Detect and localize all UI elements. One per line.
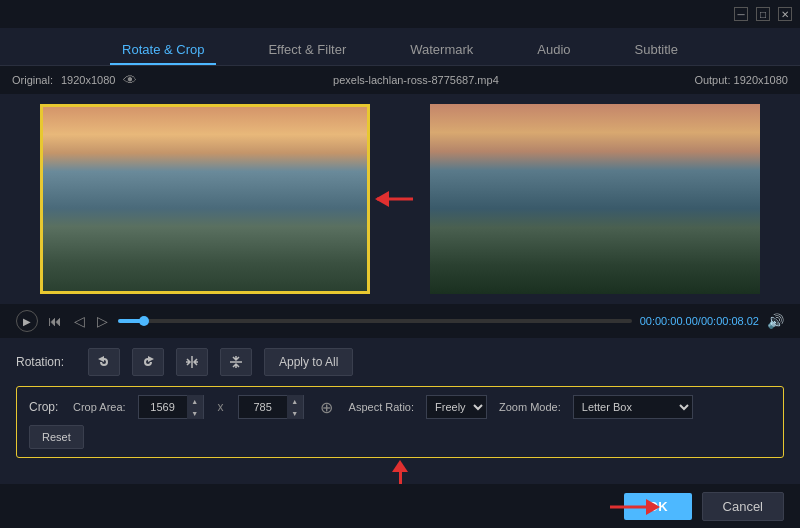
video-preview-original <box>40 104 370 294</box>
crop-label: Crop: <box>29 400 61 414</box>
crop-width-spinners: ▲ ▼ <box>187 395 203 419</box>
crop-main-row: Crop: Crop Area: ▲ ▼ x ▲ ▼ ⊕ Aspe <box>29 395 771 419</box>
step-back-button[interactable]: ⏮ <box>46 311 64 331</box>
cancel-button[interactable]: Cancel <box>702 492 784 521</box>
crop-height-input-group: ▲ ▼ <box>238 395 304 419</box>
total-time: 00:00:08.02 <box>701 315 759 327</box>
crop-height-spinners: ▲ ▼ <box>287 395 303 419</box>
tabs-bar: Rotate & Crop Effect & Filter Watermark … <box>0 28 800 66</box>
aspect-ratio-label: Aspect Ratio: <box>349 401 414 413</box>
controls-section: Rotation: Apply to All Crop: Crop Are <box>0 338 800 496</box>
video-preview-output <box>430 104 760 294</box>
current-time: 00:00:00.00 <box>640 315 698 327</box>
reset-button[interactable]: Reset <box>29 425 84 449</box>
tab-rotate-crop[interactable]: Rotate & Crop <box>110 36 216 65</box>
time-display: 00:00:00.00/00:00:08.02 <box>640 315 759 327</box>
crop-width-input-group: ▲ ▼ <box>138 395 204 419</box>
crop-width-up[interactable]: ▲ <box>187 395 203 407</box>
crop-section: Crop: Crop Area: ▲ ▼ x ▲ ▼ ⊕ Aspe <box>16 386 784 458</box>
tab-effect-filter[interactable]: Effect & Filter <box>256 36 358 65</box>
zoom-mode-select[interactable]: Letter Box Pan & Scan Full <box>573 395 693 419</box>
progress-bar[interactable] <box>118 319 632 323</box>
tab-subtitle[interactable]: Subtitle <box>623 36 690 65</box>
preview-area <box>0 94 800 304</box>
filename: pexels-lachlan-ross-8775687.mp4 <box>333 74 499 86</box>
prev-frame-button[interactable]: ◁ <box>72 311 87 331</box>
crop-height-up[interactable]: ▲ <box>287 395 303 407</box>
aspect-ratio-select[interactable]: Freely 16:9 4:3 1:1 9:16 <box>426 395 487 419</box>
apply-to-all-button[interactable]: Apply to All <box>264 348 353 376</box>
zoom-mode-label: Zoom Mode: <box>499 401 561 413</box>
file-info-bar: Original: 1920x1080 👁 pexels-lachlan-ros… <box>0 66 800 94</box>
center-crop-icon[interactable]: ⊕ <box>316 398 337 417</box>
rotation-row: Rotation: Apply to All <box>16 348 784 376</box>
flip-vertical-button[interactable] <box>220 348 252 376</box>
x-separator: x <box>216 400 226 414</box>
rotation-label: Rotation: <box>16 355 76 369</box>
bottom-action-bar: OK Cancel <box>0 484 800 528</box>
original-info: Original: 1920x1080 👁 <box>12 72 137 88</box>
preview-eye-icon[interactable]: 👁 <box>123 72 137 88</box>
playback-bar: ▶ ⏮ ◁ ▷ 00:00:00.00/00:00:08.02 🔊 <box>0 304 800 338</box>
output-info: Output: 1920x1080 <box>694 74 788 86</box>
original-label: Original: <box>12 74 53 86</box>
play-button[interactable]: ▶ <box>16 310 38 332</box>
rotate-cw-button[interactable] <box>132 348 164 376</box>
progress-dot <box>139 316 149 326</box>
output-resolution: 1920x1080 <box>734 74 788 86</box>
crop-height-down[interactable]: ▼ <box>287 407 303 419</box>
output-label: Output: <box>694 74 730 86</box>
close-button[interactable]: ✕ <box>778 7 792 21</box>
output-video-frame <box>430 104 760 294</box>
crop-area-label: Crop Area: <box>73 401 126 413</box>
tab-watermark[interactable]: Watermark <box>398 36 485 65</box>
minimize-button[interactable]: ─ <box>734 7 748 21</box>
volume-icon[interactable]: 🔊 <box>767 313 784 329</box>
crop-width-input[interactable] <box>139 401 187 413</box>
next-frame-button[interactable]: ▷ <box>95 311 110 331</box>
maximize-button[interactable]: □ <box>756 7 770 21</box>
crop-reset-row: Reset <box>29 425 771 449</box>
original-video-frame <box>43 107 367 291</box>
title-bar: ─ □ ✕ <box>0 0 800 28</box>
crop-width-down[interactable]: ▼ <box>187 407 203 419</box>
original-resolution: 1920x1080 <box>61 74 115 86</box>
rotate-ccw-button[interactable] <box>88 348 120 376</box>
flip-horizontal-button[interactable] <box>176 348 208 376</box>
tab-audio[interactable]: Audio <box>525 36 582 65</box>
crop-height-input[interactable] <box>239 401 287 413</box>
